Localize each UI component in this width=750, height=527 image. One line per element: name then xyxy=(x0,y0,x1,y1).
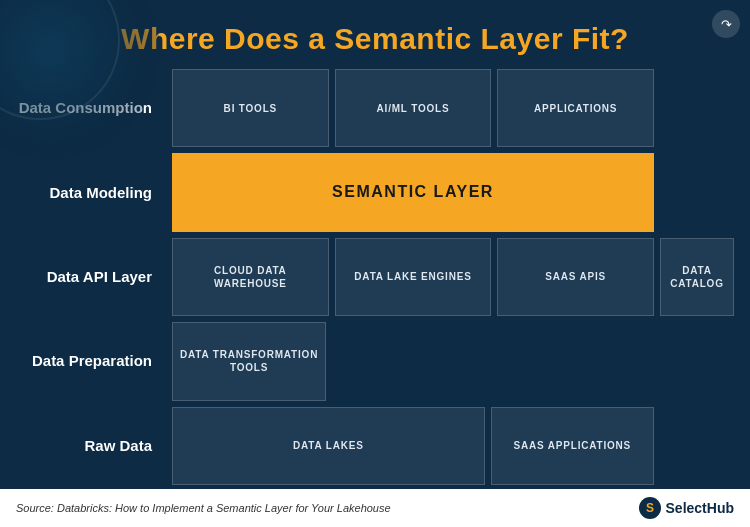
cell-saas-applications: SAAS APPLICATIONS xyxy=(491,407,654,485)
right-col-catalog: DATA CATALOG xyxy=(660,238,734,316)
page-container: ↷ Where Does a Semantic Layer Fit? Data … xyxy=(0,0,750,527)
share-icon: ↷ xyxy=(721,17,732,32)
right-col-5 xyxy=(660,407,734,485)
logo: S SelectHub xyxy=(639,497,734,519)
cell-aiml-tools: AI/ML TOOLS xyxy=(335,69,492,147)
row-consumption-cells: BI TOOLS AI/ML TOOLS APPLICATIONS xyxy=(172,69,654,147)
cell-data-catalog: DATA CATALOG xyxy=(660,238,734,316)
cell-data-lake-engines: DATA LAKE ENGINES xyxy=(335,238,492,316)
label-raw-data: Raw Data xyxy=(16,407,166,485)
label-text-modeling: Data Modeling xyxy=(49,184,152,202)
source-text: Source: Databricks: How to Implement a S… xyxy=(16,502,391,514)
selecthub-logo-text: SelectHub xyxy=(666,500,734,516)
row-preparation-cells: DATA TRANSFORMATION TOOLS xyxy=(172,322,654,400)
right-col-1 xyxy=(660,69,734,147)
cell-bi-tools: BI TOOLS xyxy=(172,69,329,147)
label-data-modeling: Data Modeling xyxy=(16,153,166,231)
label-text-raw: Raw Data xyxy=(84,437,152,455)
row-api-cells: CLOUD DATA WAREHOUSE DATA LAKE ENGINES S… xyxy=(172,238,654,316)
cell-applications: APPLICATIONS xyxy=(497,69,654,147)
row-raw-cells: DATA LAKES SAAS APPLICATIONS xyxy=(172,407,654,485)
right-col-4 xyxy=(660,322,734,400)
cell-data-transformation: DATA TRANSFORMATION TOOLS xyxy=(172,322,326,400)
label-data-preparation: Data Preparation xyxy=(16,322,166,400)
svg-text:S: S xyxy=(646,501,654,515)
row-modeling-cells: SEMANTIC LAYER xyxy=(172,153,654,231)
selecthub-logo-icon: S xyxy=(639,497,661,519)
share-button[interactable]: ↷ xyxy=(712,10,740,38)
cell-data-lakes: DATA LAKES xyxy=(172,407,485,485)
cell-cloud-dw: CLOUD DATA WAREHOUSE xyxy=(172,238,329,316)
label-text-api: Data API Layer xyxy=(47,268,152,286)
footer: Source: Databricks: How to Implement a S… xyxy=(0,489,750,527)
label-text-preparation: Data Preparation xyxy=(32,352,152,370)
cell-semantic-layer: SEMANTIC LAYER xyxy=(172,153,654,231)
cell-saas-apis: SAAS APIs xyxy=(497,238,654,316)
right-col-2 xyxy=(660,153,734,231)
label-data-api: Data API Layer xyxy=(16,238,166,316)
